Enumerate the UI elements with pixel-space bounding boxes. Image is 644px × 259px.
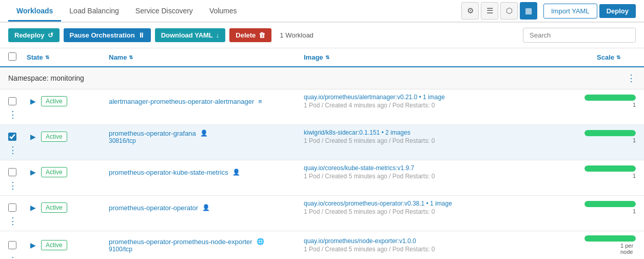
workload-name[interactable]: alertmanager-prometheus-operator-alertma… [109, 98, 254, 105]
nav-tabs: Workloads Load Balancing Service Discove… [8, 2, 245, 21]
namespace-label: Namespace: monitoring [8, 74, 84, 82]
state-header: State ⇅ [27, 53, 109, 61]
workload-name-cell: alertmanager-prometheus-operator-alertma… [109, 98, 304, 105]
tab-load-balancing[interactable]: Load Balancing [61, 2, 127, 22]
image-meta: 1 Pod / Created 5 minutes ago / Pod Rest… [304, 208, 620, 215]
play-state-cell: ▶ Active [27, 239, 109, 251]
select-all-checkbox[interactable] [8, 52, 16, 61]
table-container: State ⇅ Name ⇅ Image ⇅ Scale ⇅ Namespace… [0, 48, 644, 259]
globe-icon: 🌐 [257, 238, 264, 245]
state-sort-icon[interactable]: ⇅ [45, 54, 49, 60]
pause-icon: ⏸ [138, 31, 145, 39]
scale-bar-bg [584, 201, 636, 207]
scale-bar-bg [584, 95, 636, 101]
image-info: quay.io/coreos/prometheus-operator:v0.38… [304, 200, 620, 215]
redeploy-icon: ↺ [48, 31, 53, 39]
play-button[interactable]: ▶ [27, 166, 39, 178]
delete-button[interactable]: Delete 🗑 [229, 28, 271, 42]
tab-volumes[interactable]: Volumes [201, 2, 245, 22]
status-badge: Active [41, 96, 67, 106]
row-checkbox[interactable] [8, 168, 16, 176]
image-header: Image ⇅ [304, 53, 554, 61]
row-checkbox[interactable] [8, 203, 16, 212]
row-checkbox[interactable] [8, 241, 16, 249]
search-input[interactable] [523, 28, 636, 43]
download-yaml-button[interactable]: Download YAML ↓ [155, 28, 226, 42]
workload-name-cell: prometheus-operator-prometheus-node-expo… [109, 238, 304, 253]
toolbar: Redeploy ↺ Pause Orchestration ⏸ Downloa… [0, 23, 644, 48]
play-state-cell: ▶ Active [27, 95, 109, 107]
status-badge: Active [41, 132, 67, 142]
workload-name[interactable]: prometheus-operator-kube-state-metrics [109, 169, 228, 176]
import-yaml-button[interactable]: Import YAML [543, 4, 597, 18]
grid-button[interactable]: ▦ [520, 2, 537, 20]
scale-bar-bg [584, 130, 636, 136]
checkbox-cell [8, 203, 27, 212]
deploy-button[interactable]: Deploy [599, 4, 636, 18]
delete-label: Delete [236, 31, 256, 39]
workload-port: 9100/tcp [109, 246, 304, 253]
play-button[interactable]: ▶ [27, 239, 39, 251]
status-badge: Active [41, 167, 67, 177]
scale-label: 1 [633, 208, 636, 214]
checkbox-cell [8, 168, 27, 176]
play-state-cell: ▶ Active [27, 166, 109, 178]
play-button[interactable]: ▶ [27, 131, 39, 143]
scale-bar: 1 per node [620, 235, 636, 255]
scale-bar-fill [584, 165, 636, 172]
play-button[interactable]: ▶ [27, 201, 39, 214]
workload-name-cell: prometheus-operator-grafana 👤 30816/tcp [109, 130, 304, 144]
play-state-cell: ▶ Active [27, 131, 109, 143]
document-icon: ≡ [258, 98, 262, 105]
row-checkbox[interactable] [8, 133, 16, 141]
top-nav: Workloads Load Balancing Service Discove… [0, 0, 644, 23]
scale-label: 1 [633, 137, 636, 143]
workload-name[interactable]: prometheus-operator-operator [109, 204, 198, 212]
scale-bar-bg [584, 235, 636, 242]
play-button[interactable]: ▶ [27, 95, 39, 107]
scale-bar: 1 [620, 201, 636, 214]
checkbox-cell [8, 241, 27, 249]
image-meta: 1 Pod / Created 5 minutes ago / Pod Rest… [304, 137, 620, 144]
row-menu-icon[interactable]: ⋮ [8, 255, 27, 259]
redeploy-button[interactable]: Redeploy ↺ [8, 28, 60, 42]
workload-name[interactable]: prometheus-operator-grafana [109, 130, 196, 137]
image-main: kiwigrid/k8s-sidecar:0.1.151 • 2 images [304, 129, 620, 136]
row-menu-icon[interactable]: ⋮ [8, 109, 27, 120]
rows-container: ▶ Active alertmanager-prometheus-operato… [0, 89, 644, 259]
scale-sort-icon[interactable]: ⇅ [616, 54, 620, 60]
users-icon: 👤 [200, 130, 208, 137]
tab-service-discovery[interactable]: Service Discovery [127, 2, 201, 22]
tab-workloads[interactable]: Workloads [8, 2, 61, 22]
scale-bar-bg [584, 165, 636, 172]
download-icon: ↓ [216, 31, 220, 39]
name-sort-icon[interactable]: ⇅ [129, 54, 133, 60]
workload-name[interactable]: prometheus-operator-prometheus-node-expo… [109, 238, 252, 246]
table-row: ▶ Active alertmanager-prometheus-operato… [0, 89, 644, 125]
workload-port: 30816/tcp [109, 137, 304, 144]
scale-label: 1 [633, 102, 636, 108]
row-menu-icon[interactable]: ⋮ [8, 180, 27, 191]
row-checkbox[interactable] [8, 97, 16, 105]
row-menu-icon[interactable]: ⋮ [8, 144, 27, 156]
image-info: quay.io/prometheus/node-exporter:v1.0.0 … [304, 237, 620, 253]
list-button[interactable]: ☰ [481, 2, 498, 20]
image-info: quay.io/coreos/kube-state-metrics:v1.9.7… [304, 164, 620, 180]
table-row: ▶ Active prometheus-operator-prometheus-… [0, 231, 644, 259]
image-info: quay.io/prometheus/alertmanager:v0.21.0 … [304, 94, 620, 109]
workload-name-cell: prometheus-operator-operator 👤 [109, 204, 304, 212]
gear-button[interactable]: ⚙ [461, 2, 479, 20]
cluster-button[interactable]: ⬡ [500, 2, 518, 20]
scale-label: 1 per node [620, 243, 636, 255]
name-header: Name ⇅ [109, 53, 304, 61]
scale-bar-fill [584, 95, 636, 101]
image-main: quay.io/coreos/prometheus-operator:v0.38… [304, 200, 620, 207]
pause-orchestration-button[interactable]: Pause Orchestration ⏸ [64, 28, 151, 42]
image-meta: 1 Pod / Created 5 minutes ago / Pod Rest… [304, 173, 620, 180]
image-sort-icon[interactable]: ⇅ [325, 54, 329, 60]
row-menu-icon[interactable]: ⋮ [8, 215, 27, 227]
image-main: quay.io/prometheus/node-exporter:v1.0.0 [304, 237, 620, 245]
namespace-menu-icon[interactable]: ⋮ [627, 72, 636, 84]
pause-label: Pause Orchestration [70, 31, 135, 39]
scale-bar-fill [584, 235, 636, 242]
